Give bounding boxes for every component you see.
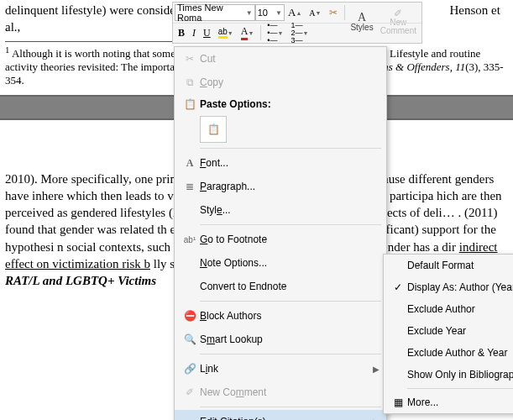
submenu-exclude-author-year[interactable]: Exclude Author & Year — [384, 342, 513, 364]
underline-button[interactable]: U — [200, 24, 214, 42]
styles-icon: A — [358, 12, 366, 24]
chevron-right-icon: ▶ — [373, 365, 380, 374]
paste-icon: 📋 — [180, 98, 200, 110]
menu-smart-lookup[interactable]: 🔍 Smart Lookup — [175, 328, 386, 351]
chevron-down-icon: ▼ — [275, 9, 282, 17]
submenu-label: Display As: Author (Year) — [407, 281, 513, 293]
paragraph-icon: ≣ — [180, 181, 200, 192]
format-painter-button[interactable]: ✂ — [326, 3, 341, 22]
italic-button[interactable]: I — [189, 24, 199, 42]
numbering-button[interactable]: 1—2—3—▼ — [287, 24, 311, 42]
menu-paragraph[interactable]: ≣ Paragraph... — [175, 175, 386, 198]
menu-font[interactable]: A Font... — [175, 151, 386, 175]
bold-button[interactable]: B — [175, 24, 188, 42]
paste-option-default[interactable]: 📋 — [200, 116, 227, 143]
clipboard-icon: 📋 — [207, 123, 220, 135]
check-icon: ✓ — [389, 281, 407, 294]
font-name-value: Times New Roma — [177, 3, 246, 23]
edit-citation-submenu: Default Format ✓ Display As: Author (Yea… — [383, 254, 513, 414]
cut-icon: ✂ — [180, 53, 200, 65]
goto-footnote-icon: ab¹ — [180, 235, 200, 244]
body-italic-heading: RAT/L and LGBTQ+ Victims — [5, 274, 156, 287]
submenu-label: Default Format — [407, 260, 474, 271]
font-icon: A — [180, 157, 200, 170]
menu-paste-header: 📋 Paste Options: — [175, 94, 386, 114]
doc-line: delinquent lifestyle) were considered — [5, 3, 191, 17]
more-icon: ▦ — [389, 396, 407, 409]
font-color-button[interactable]: A▼ — [238, 24, 258, 42]
submenu-label: Exclude Author — [407, 303, 475, 315]
menu-cut[interactable]: ✂ Cut — [175, 47, 386, 71]
block-authors-icon: ⛔ — [180, 310, 200, 322]
font-size-value: 10 — [258, 8, 268, 18]
menu-style[interactable]: Style... — [175, 198, 386, 222]
submenu-default-format[interactable]: Default Format — [384, 255, 513, 276]
footnote-marker: 1 — [5, 45, 9, 55]
submenu-show-only-bib[interactable]: Show Only in Bibliography — [384, 364, 513, 386]
copy-icon: ⧉ — [180, 76, 200, 88]
chevron-right-icon: ▶ — [373, 417, 380, 421]
submenu-more[interactable]: ▦ More... — [384, 391, 513, 413]
highlight-button[interactable]: ab▼ — [215, 24, 237, 42]
shrink-font-button[interactable]: A▼ — [306, 3, 324, 22]
menu-go-to-footnote[interactable]: ab¹ Go to Footnote — [175, 228, 386, 251]
submenu-label: Show Only in Bibliography — [407, 369, 513, 381]
menu-new-comment[interactable]: ✐ New Comment — [175, 381, 386, 404]
smart-lookup-icon: 🔍 — [180, 333, 200, 345]
link-icon: 🔗 — [180, 363, 200, 375]
menu-block-authors[interactable]: ⛔ Block Authors — [175, 304, 386, 328]
menu-note-options[interactable]: Note Options... — [175, 251, 386, 275]
mini-toolbar: Times New Roma ▼ 10 ▼ A▲ A▼ ✂ A Styles ✐… — [172, 2, 422, 44]
submenu-label: Exclude Author & Year — [407, 347, 507, 359]
menu-copy[interactable]: ⧉ CCopyopy — [175, 71, 386, 94]
footnote-separator — [5, 41, 190, 42]
format-painter-icon: ✂ — [329, 7, 338, 18]
menu-convert-endnote[interactable]: Convert to Endnote — [175, 275, 386, 298]
submenu-label: More... — [407, 396, 438, 408]
menu-edit-citations[interactable]: Edit Citation(s) ▶ — [175, 410, 386, 420]
submenu-exclude-author[interactable]: Exclude Author — [384, 298, 513, 320]
chevron-down-icon: ▼ — [246, 9, 253, 17]
menu-link[interactable]: 🔗 Link ▶ — [175, 357, 386, 381]
submenu-label: Exclude Year — [407, 325, 466, 337]
context-menu: ✂ Cut ⧉ CCopyopy 📋 Paste Options: 📋 A Fo… — [174, 46, 387, 420]
grow-font-button[interactable]: A▲ — [285, 3, 305, 22]
comment-icon: ✐ — [180, 386, 200, 398]
bullets-button[interactable]: •—•—•—▼ — [264, 24, 286, 42]
font-size-combo[interactable]: 10 ▼ — [255, 4, 285, 21]
submenu-exclude-year[interactable]: Exclude Year — [384, 320, 513, 342]
font-name-combo[interactable]: Times New Roma ▼ — [175, 4, 255, 21]
submenu-display-as[interactable]: ✓ Display As: Author (Year) — [384, 276, 513, 298]
